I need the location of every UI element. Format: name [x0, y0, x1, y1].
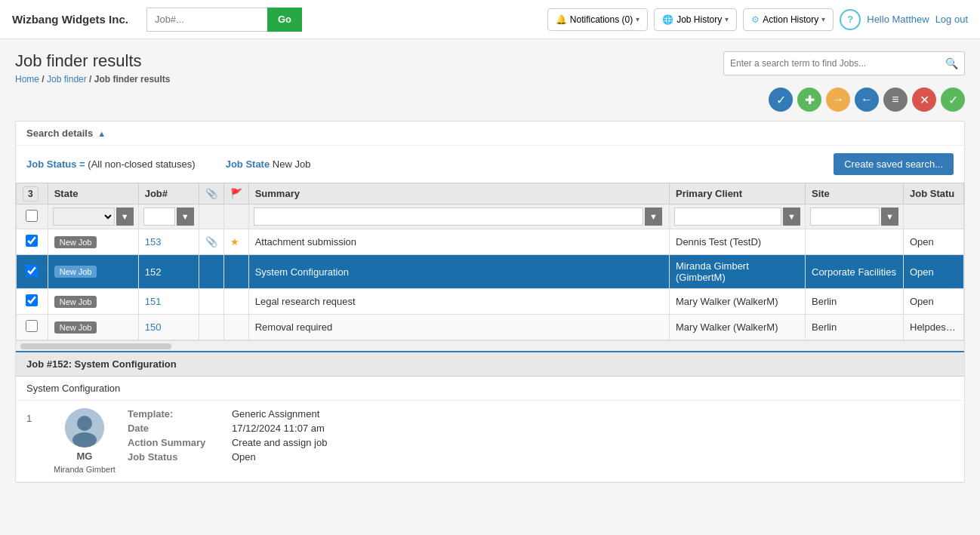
job-num-link[interactable]: 150	[145, 321, 162, 333]
client-filter-btn[interactable]: ▼	[783, 208, 800, 226]
flag-header-icon: 🚩	[230, 188, 242, 199]
row-client-cell: Mary Walker (WalkerM)	[670, 289, 806, 315]
job-search-group: Go	[146, 8, 302, 32]
job-status-value: (All non-closed statuses)	[88, 158, 195, 170]
detail-panel-title: Job #152: System Configuration	[16, 352, 964, 377]
job-search-input[interactable]	[146, 8, 267, 32]
site-filter-input[interactable]	[810, 208, 880, 226]
row-checkbox[interactable]	[26, 320, 38, 332]
breadcrumb-sep2: /	[89, 74, 94, 85]
detail-panel: Job #152: System Configuration System Co…	[16, 351, 964, 482]
breadcrumb-home[interactable]: Home	[15, 74, 39, 85]
help-button[interactable]: ?	[840, 9, 861, 30]
avatar-initials: MG	[76, 450, 92, 462]
row-summary-cell: System Configuration	[248, 255, 669, 289]
help-icon: ?	[847, 14, 853, 25]
th-jobnum: Job#	[138, 183, 199, 204]
client-filter-input[interactable]	[674, 208, 781, 226]
page-top-right: 🔍 ✓ ✚ → ← ≡ ✕ ✓	[723, 51, 965, 112]
go-button[interactable]: Go	[267, 8, 302, 32]
summary-filter-group: ▼	[254, 208, 664, 226]
job-num-link[interactable]: 151	[145, 296, 162, 307]
check-action-button[interactable]: ✓	[769, 88, 793, 112]
row-summary-cell: Removal required	[248, 315, 669, 340]
row-flag-cell	[223, 315, 248, 340]
logout-link[interactable]: Log out	[935, 14, 968, 25]
th-site: Site	[806, 183, 904, 204]
row-checkbox[interactable]	[26, 294, 38, 306]
row-site-cell: Berlin	[806, 289, 904, 315]
state-filter-select[interactable]	[53, 208, 115, 226]
svg-point-2	[72, 432, 97, 447]
row-status-cell: Open	[904, 289, 964, 315]
results-card: Search details ▲ Job Status = (All non-c…	[15, 121, 965, 483]
main-content: Job finder results Home / Job finder / J…	[0, 39, 980, 535]
job-num-link[interactable]: 153	[145, 236, 162, 248]
horizontal-scrollbar[interactable]	[16, 340, 964, 351]
search-details-label: Search details	[26, 128, 93, 139]
search-button[interactable]: 🔍	[939, 57, 964, 69]
site-filter-group: ▼	[810, 208, 898, 226]
row-checkbox[interactable]	[26, 265, 38, 277]
row-clip-cell	[199, 289, 223, 315]
row-count-badge: 3	[23, 186, 39, 201]
row-flag-cell	[223, 255, 248, 289]
row-client-cell: Mary Walker (WalkerM)	[670, 315, 806, 340]
avatar-block: MG Miranda Gimbert	[54, 408, 116, 474]
search-details-header[interactable]: Search details ▲	[16, 121, 964, 146]
star-icon: ★	[230, 236, 239, 248]
breadcrumb: Home / Job finder / Job finder results	[15, 74, 170, 85]
job-history-button[interactable]: 🌐 Job History ▾	[654, 8, 737, 31]
page-title-row: Job finder results Home / Job finder / J…	[15, 51, 965, 112]
filter-summary-cell: ▼	[248, 204, 669, 229]
select-all-checkbox[interactable]	[26, 210, 38, 222]
th-status: Job Statu	[904, 183, 964, 204]
filter-client-cell: ▼	[670, 204, 806, 229]
filter-row: ▼ ▼	[17, 204, 964, 229]
menu-action-button[interactable]: ≡	[883, 88, 908, 112]
filter-flag-cell	[223, 204, 248, 229]
table-row: New Job 153 📎 ★ Attachment submission De…	[17, 229, 964, 255]
search-details-body: Job Status = (All non-closed statuses) J…	[16, 146, 964, 183]
job-state-badge: New Job	[54, 296, 97, 308]
th-client: Primary Client	[670, 183, 806, 204]
th-flag: 🚩	[223, 183, 248, 204]
summary-filter-input[interactable]	[254, 208, 643, 226]
row-jobnum-cell: 150	[138, 315, 199, 340]
state-filter-btn[interactable]: ▼	[116, 208, 134, 226]
row-client-cell: Dennis Test (TestD)	[670, 229, 806, 255]
user-greeting-link[interactable]: Hello Matthew	[867, 14, 929, 25]
job-num-link[interactable]: 152	[145, 266, 162, 278]
notifications-button[interactable]: 🔔 Notifications (0) ▾	[547, 8, 648, 31]
jobnum-filter-input[interactable]	[143, 208, 175, 226]
create-saved-search-button[interactable]: Create saved search...	[834, 153, 954, 175]
state-filter-group: ▼	[53, 208, 134, 226]
row-jobnum-cell: 153	[138, 229, 199, 255]
avatar-svg	[65, 408, 104, 447]
filter-check-cell	[17, 204, 48, 229]
site-filter-btn[interactable]: ▼	[881, 208, 898, 226]
action-history-button[interactable]: ⚙ Action History ▾	[743, 8, 834, 31]
row-checkbox[interactable]	[26, 235, 38, 247]
add-action-button[interactable]: ✚	[797, 88, 821, 112]
summary-filter-btn[interactable]: ▼	[645, 208, 662, 226]
jobnum-filter-btn[interactable]: ▼	[177, 208, 194, 226]
filter-status-cell	[904, 204, 964, 229]
bell-icon: 🔔	[556, 14, 567, 25]
row-state-cell: New Job	[48, 315, 138, 340]
filter-state-cell: ▼	[48, 204, 138, 229]
cancel-action-button[interactable]: ✕	[912, 88, 936, 112]
row-client-cell: Miranda Gimbert (GimbertM)	[670, 255, 806, 289]
ok-action-button[interactable]: ✓	[941, 88, 965, 112]
back-action-button[interactable]: ←	[855, 88, 879, 112]
results-table: 3 State Job# 📎 🚩 Summary Primary Client …	[16, 183, 964, 340]
action-history-caret: ▾	[821, 15, 825, 23]
job-state-value: New Job	[273, 158, 311, 170]
breadcrumb-finder[interactable]: Job finder	[47, 74, 87, 85]
template-label: Template:	[128, 408, 226, 420]
gear-icon: ⚙	[751, 14, 760, 25]
job-state-badge: New Job	[54, 266, 97, 278]
forward-action-button[interactable]: →	[826, 88, 850, 112]
clip-header-icon: 📎	[205, 188, 217, 199]
job-search-input-main[interactable]	[724, 58, 939, 69]
